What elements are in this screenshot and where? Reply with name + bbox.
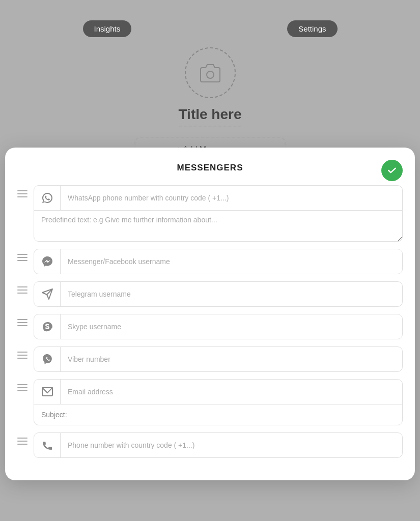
email-address-input[interactable]: [61, 380, 402, 404]
messenger-icon-cell: [34, 249, 61, 274]
viber-drag-handle[interactable]: [17, 346, 27, 359]
messengers-modal: MESSENGERS: [5, 148, 415, 480]
email-input-group: Subject:: [34, 379, 403, 425]
skype-icon: [41, 321, 53, 333]
messenger-username-input[interactable]: [61, 249, 402, 274]
skype-input-group: [34, 314, 403, 339]
skype-icon-cell: [34, 314, 61, 339]
insights-button[interactable]: Insights: [83, 20, 132, 37]
email-row: Subject:: [17, 379, 403, 425]
camera-icon: [198, 61, 222, 85]
phone-row: [17, 432, 403, 458]
viber-icon: [41, 353, 53, 365]
email-icon: [41, 386, 53, 398]
modal-title: MESSENGERS: [177, 163, 243, 173]
telegram-row: [17, 281, 403, 307]
skype-username-input[interactable]: [61, 314, 402, 339]
email-drag-handle[interactable]: [17, 379, 27, 391]
page-title: Title here: [179, 106, 242, 127]
whatsapp-phone-input[interactable]: [61, 186, 402, 210]
whatsapp-top-row: [34, 186, 402, 211]
viber-number-input[interactable]: [61, 347, 402, 371]
whatsapp-row: [17, 185, 403, 242]
viber-icon-cell: [34, 347, 61, 371]
email-subject-label: Subject:: [34, 404, 402, 425]
phone-drag-handle[interactable]: [17, 432, 27, 445]
whatsapp-icon: [41, 192, 53, 204]
telegram-drag-handle[interactable]: [17, 281, 27, 294]
messenger-input-group: [34, 249, 403, 274]
messenger-drag-handle[interactable]: [17, 249, 27, 261]
telegram-username-input[interactable]: [61, 282, 402, 306]
phone-icon-cell: [34, 433, 61, 457]
telegram-input-group: [34, 281, 403, 307]
settings-button[interactable]: Settings: [287, 20, 337, 37]
viber-input-group: [34, 346, 403, 372]
skype-drag-handle[interactable]: [17, 314, 27, 326]
telegram-icon-cell: [34, 282, 61, 306]
viber-row: [17, 346, 403, 372]
email-icon-cell: [34, 380, 61, 404]
email-top-row: [34, 380, 402, 404]
top-buttons-row: Insights Settings: [83, 20, 338, 37]
checkmark-icon: [387, 165, 397, 176]
skype-row: [17, 314, 403, 339]
whatsapp-drag-handle[interactable]: [17, 185, 27, 197]
whatsapp-icon-cell: [34, 186, 61, 210]
telegram-icon: [41, 288, 53, 300]
phone-icon: [41, 439, 53, 451]
avatar-upload-circle[interactable]: [185, 47, 236, 98]
background-area: Insights Settings Title here + Add Messe…: [0, 0, 420, 172]
whatsapp-input-group: [34, 185, 403, 242]
confirm-button[interactable]: [381, 160, 403, 181]
whatsapp-predefined-text-input[interactable]: [34, 211, 402, 241]
phone-number-input[interactable]: [61, 433, 402, 457]
messenger-icon: [41, 255, 53, 268]
messenger-row: [17, 249, 403, 274]
modal-header: MESSENGERS: [17, 163, 403, 173]
svg-point-0: [207, 71, 214, 78]
phone-input-group: [34, 432, 403, 458]
